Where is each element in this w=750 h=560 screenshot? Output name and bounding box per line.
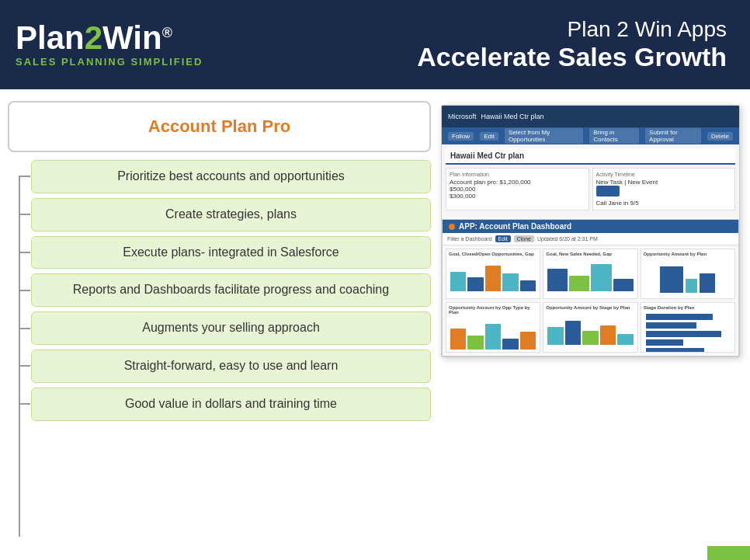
crm-col-label-1: Plan Information (450, 172, 585, 177)
chart-3 (644, 258, 732, 293)
chart-5 (546, 311, 634, 346)
app-title: Account Plan Pro (25, 117, 414, 137)
dashboard-grid-row2: Opportunity Amount by Opp Type by Plan O… (443, 302, 738, 356)
bar-4d (502, 339, 518, 350)
dashboard-cell-1: Goal, Closed/Open Opportunities, Gap (446, 249, 540, 299)
screenshot-container: Microsoft Hawaii Med Ctr plan Follow Edi… (441, 105, 740, 357)
crm-nav-select[interactable]: Select from My Opportunities (505, 128, 583, 144)
feature-item-4: Reports and Dashboards facilitate progre… (31, 273, 431, 307)
bar-1b (467, 277, 483, 291)
logo-text: Plan2Win® (16, 22, 203, 54)
page-wrapper: Plan2Win® SALES PLANNING SIMPLIFIED Plan… (0, 0, 750, 560)
bar-2a (547, 269, 568, 291)
header: Plan2Win® SALES PLANNING SIMPLIFIED Plan… (0, 0, 750, 89)
dashboard-icon (449, 224, 455, 230)
bar-5d (600, 325, 616, 345)
feature-item-6: Straight-forward, easy to use and learn (31, 350, 431, 383)
chart-4 (449, 316, 537, 351)
logo-win: Win (102, 19, 162, 56)
bar-1c (485, 266, 501, 291)
crm-nav-submit[interactable]: Submit for Approval (645, 128, 701, 144)
left-content-area: Prioritize best accounts and opportuniti… (8, 160, 431, 552)
vertical-line-container (8, 160, 31, 552)
logo-2: 2 (85, 19, 102, 56)
dashboard-container: APP: Account Plan Dashboard Filter a Das… (442, 219, 739, 357)
logo-registered: ® (162, 25, 172, 40)
dashboard-grid-row1: Goal, Closed/Open Opportunities, Gap Goa… (443, 245, 738, 302)
crm-col-value-5: Call Jane in 9/5 (596, 200, 732, 207)
feature-item-3: Execute plans- integrated in Salesforce (31, 236, 431, 270)
hbar-6c (646, 331, 722, 337)
header-title: Plan 2 Win Apps Accelerate Sales Growth (417, 17, 727, 72)
bar-2c (591, 264, 611, 291)
hbar-6d (646, 339, 684, 346)
crm-col-left: Plan Information Account plan pro: $1,20… (446, 168, 589, 210)
bar-3a (660, 266, 683, 293)
crm-add-button[interactable] (596, 186, 620, 197)
crm-record-title: Hawaii Med Ctr plan (446, 148, 735, 165)
feature-item-1: Prioritize best accounts and opportuniti… (31, 160, 431, 193)
crm-col-value-3: $300,000 (450, 193, 585, 200)
crm-col-right: Activity Timeline New Task | New Event C… (592, 168, 736, 210)
logo-plan: Plan (16, 19, 85, 56)
dashboard-filter-label: Filter a Dashboard (447, 236, 492, 242)
crm-nav-delete[interactable]: Delete (707, 132, 733, 141)
crm-nav-follow[interactable]: Follow (448, 132, 474, 141)
dashboard-header: APP: Account Plan Dashboard (443, 220, 738, 233)
dashboard-cell-5: Opportunity Amount by Stage by Plan (543, 302, 637, 353)
dashboard-cell-6: Stage Duration by Plan (641, 302, 735, 353)
dashboard-cell-3: Opportunity Amount by Plan (641, 249, 735, 299)
crm-app-name: Microsoft (448, 113, 477, 120)
bar-2d (613, 279, 634, 291)
bar-1d (502, 273, 518, 291)
app-title-box: Account Plan Pro (8, 101, 431, 152)
crm-content: Hawaii Med Ctr plan Plan Information Acc… (442, 144, 739, 217)
bar-5a (547, 327, 563, 345)
hbar-6e (646, 348, 705, 353)
bar-5e (617, 334, 633, 345)
feature-item-2: Create strategies, plans (31, 198, 431, 231)
feature-list: Prioritize best accounts and opportuniti… (31, 160, 431, 552)
bar-3c (700, 273, 715, 293)
chart-1 (449, 258, 537, 293)
bottom-green-accent (707, 546, 750, 560)
bar-4a (450, 329, 466, 350)
chart-6 (644, 311, 732, 353)
dashboard-clone-btn[interactable]: Clone (514, 235, 534, 242)
crm-col-value-2: $500,000 (450, 186, 585, 193)
bar-5b (565, 321, 581, 345)
cell-title-3: Opportunity Amount by Plan (644, 252, 732, 256)
dashboard-toolbar: Filter a Dashboard Edit Clone Updated 6/… (443, 233, 738, 245)
crm-col-value-1: Account plan pro: $1,200,000 (450, 179, 585, 186)
bar-5c (582, 331, 598, 345)
dashboard-edit-btn[interactable]: Edit (495, 235, 511, 242)
feature-item-7: Good value in dollars and training time (31, 388, 431, 421)
dashboard-cell-2: Goal, New Sales Needed, Gap (543, 249, 637, 299)
bar-3b (686, 279, 697, 293)
bar-4b (467, 336, 483, 350)
crm-record-name: Hawaii Med Ctr plan (481, 113, 544, 120)
left-panel: Account Plan Pro Prioritize best account… (8, 101, 431, 552)
hbar-6a (646, 314, 714, 320)
cell-title-4: Opportunity Amount by Opp Type by Plan (449, 305, 537, 315)
dashboard-title: APP: Account Plan Dashboard (459, 222, 571, 231)
header-title-line1: Plan 2 Win Apps (417, 17, 727, 42)
bar-4e (520, 332, 536, 350)
logo-subtitle: SALES PLANNING SIMPLIFIED (16, 56, 203, 68)
bar-4c (485, 324, 501, 350)
crm-detail-row: Plan Information Account plan pro: $1,20… (446, 168, 735, 210)
crm-nav-bar: Follow Edit Select from My Opportunities… (442, 127, 739, 144)
crm-nav-bring[interactable]: Bring in Contacts (589, 128, 639, 144)
vertical-line (19, 176, 20, 537)
bar-1e (520, 280, 536, 291)
chart-2 (546, 258, 634, 293)
dashboard-cell-4: Opportunity Amount by Opp Type by Plan (446, 302, 540, 353)
cell-title-1: Goal, Closed/Open Opportunities, Gap (449, 252, 537, 256)
feature-item-5: Augments your selling approach (31, 311, 431, 345)
right-panel: Microsoft Hawaii Med Ctr plan Follow Edi… (439, 101, 742, 552)
cell-title-5: Opportunity Amount by Stage by Plan (546, 305, 634, 310)
crm-col-label-2: Activity Timeline (596, 172, 732, 177)
crm-top-bar: Microsoft Hawaii Med Ctr plan (442, 106, 739, 127)
hbar-6b (646, 322, 696, 329)
crm-nav-edit[interactable]: Edit (480, 132, 498, 141)
